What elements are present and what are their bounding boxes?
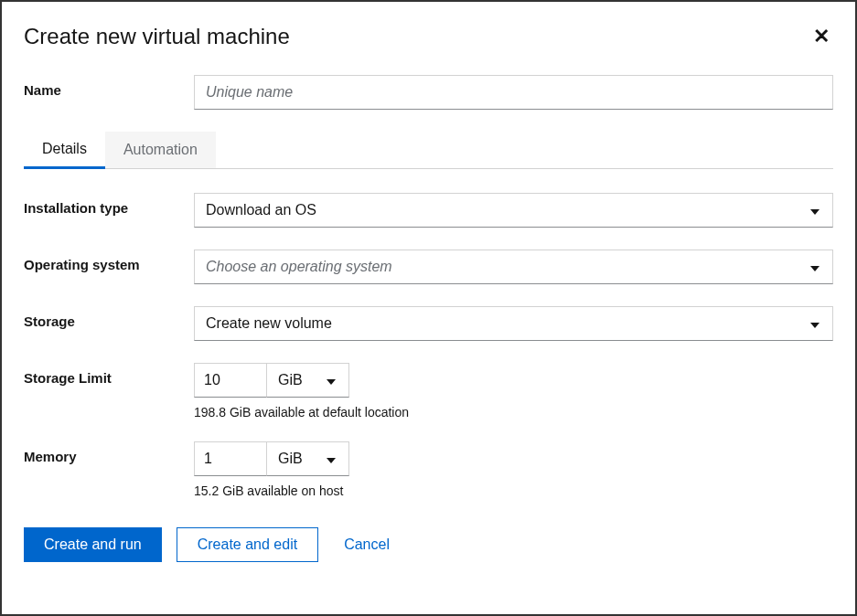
installation-type-label: Installation type [24, 193, 194, 216]
storage-select[interactable]: Create new volume [194, 306, 833, 341]
name-input[interactable] [194, 75, 833, 110]
tab-automation[interactable]: Automation [105, 132, 216, 168]
close-icon: ✕ [813, 25, 830, 48]
chevron-down-icon [810, 315, 820, 332]
installation-type-select[interactable]: Download an OS [194, 193, 833, 228]
create-and-run-button[interactable]: Create and run [24, 527, 162, 562]
storage-value: Create new volume [206, 315, 332, 332]
name-label: Name [24, 75, 194, 98]
create-and-edit-button[interactable]: Create and edit [177, 527, 318, 562]
memory-input[interactable] [194, 441, 267, 476]
chevron-down-icon [327, 451, 336, 467]
chevron-down-icon [327, 372, 336, 388]
memory-unit-select[interactable]: GiB [267, 441, 349, 476]
storage-limit-helper: 198.8 GiB available at default location [194, 405, 833, 420]
storage-limit-row: Storage Limit GiB [24, 363, 833, 398]
close-button[interactable]: ✕ [809, 25, 833, 48]
chevron-down-icon [810, 259, 820, 275]
operating-system-select[interactable]: Choose an operating system [194, 250, 833, 284]
memory-row: Memory GiB [24, 441, 833, 476]
name-row: Name [24, 75, 833, 110]
cancel-button[interactable]: Cancel [333, 527, 401, 562]
storage-row: Storage Create new volume [24, 306, 833, 341]
tab-details[interactable]: Details [24, 132, 105, 169]
footer-buttons: Create and run Create and edit Cancel [24, 527, 833, 562]
storage-limit-input[interactable] [194, 363, 267, 398]
dialog-header: Create new virtual machine ✕ [24, 24, 833, 49]
memory-label: Memory [24, 441, 194, 464]
memory-unit: GiB [278, 451, 303, 467]
dialog-title: Create new virtual machine [24, 24, 290, 49]
storage-label: Storage [24, 306, 194, 329]
chevron-down-icon [810, 202, 820, 218]
operating-system-placeholder: Choose an operating system [206, 259, 392, 275]
memory-helper: 15.2 GiB available on host [194, 483, 833, 498]
operating-system-label: Operating system [24, 250, 194, 272]
storage-limit-unit-select[interactable]: GiB [267, 363, 349, 398]
installation-type-value: Download an OS [206, 202, 316, 218]
storage-limit-label: Storage Limit [24, 363, 194, 386]
installation-type-row: Installation type Download an OS [24, 193, 833, 228]
tabs: Details Automation [24, 132, 833, 169]
operating-system-row: Operating system Choose an operating sys… [24, 250, 833, 284]
storage-limit-unit: GiB [278, 372, 303, 388]
